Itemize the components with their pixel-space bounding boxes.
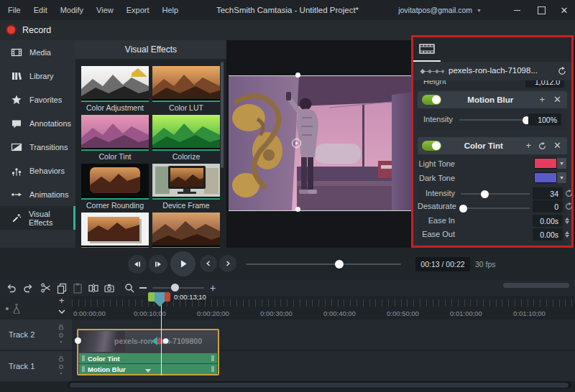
sidebar-item-media[interactable]: Media bbox=[0, 40, 75, 64]
height-value[interactable]: 1,012.0 bbox=[525, 80, 564, 88]
collapse-tracks-button[interactable] bbox=[58, 308, 66, 315]
dark-tone-swatch[interactable]: ▼ bbox=[534, 172, 566, 183]
reset-icon[interactable] bbox=[565, 190, 573, 197]
effect-thumb-freeze-region[interactable] bbox=[152, 213, 220, 248]
record-button[interactable]: Record bbox=[6, 20, 51, 39]
track-lock-icon[interactable] bbox=[58, 356, 65, 376]
effect-bar-color-tint[interactable]: Color Tint bbox=[79, 353, 217, 363]
slider-handle[interactable] bbox=[459, 205, 467, 213]
undo-button[interactable] bbox=[6, 282, 17, 294]
maximize-button[interactable] bbox=[532, 0, 551, 20]
redo-button[interactable] bbox=[22, 282, 34, 294]
keyframe-dot[interactable] bbox=[75, 337, 81, 344]
quiz-icon[interactable] bbox=[12, 304, 21, 314]
timeline-clip[interactable]: pexels-ron-lach-7109800 Color Tint Motio… bbox=[77, 329, 219, 375]
selection-handle-bottom[interactable] bbox=[295, 207, 300, 212]
add-track-button[interactable]: + bbox=[59, 295, 65, 306]
caret-down-icon[interactable]: ▼ bbox=[557, 172, 566, 183]
sidebar-item-animations[interactable]: Animations bbox=[0, 182, 75, 206]
marker-icon[interactable] bbox=[6, 307, 9, 310]
collapse-effects-arrow[interactable] bbox=[145, 369, 151, 373]
play-button[interactable] bbox=[170, 251, 196, 276]
sidebar-item-label: Library bbox=[29, 72, 54, 80]
sidebar-item-visual-effects[interactable]: Visual Effects bbox=[0, 206, 75, 230]
animation-arrow-icon[interactable] bbox=[150, 336, 170, 346]
scrubber-handle[interactable] bbox=[335, 260, 344, 269]
effect-thumb-color-lut[interactable] bbox=[152, 66, 220, 102]
sidebar-item-favorites[interactable]: Favorites bbox=[0, 88, 75, 111]
next-clip-button[interactable] bbox=[219, 255, 236, 272]
reset-button[interactable] bbox=[558, 67, 566, 75]
step-back-button[interactable] bbox=[128, 255, 147, 274]
timeline-zoom-slider[interactable] bbox=[152, 287, 204, 289]
copy-button[interactable] bbox=[56, 282, 68, 294]
add-keyframe-button[interactable]: + bbox=[540, 96, 546, 103]
zoom-in-button[interactable]: + bbox=[210, 283, 216, 293]
reset-icon[interactable] bbox=[565, 202, 573, 210]
playhead-in-handle[interactable] bbox=[148, 292, 155, 302]
motion-blur-intensity-value[interactable]: 100% bbox=[528, 113, 561, 126]
capture-frame-button[interactable] bbox=[104, 282, 115, 294]
selection-handle-center[interactable] bbox=[292, 139, 301, 148]
account-menu[interactable]: jovitatpos@gmail.com ▼ bbox=[398, 0, 482, 20]
add-keyframe-button[interactable]: + bbox=[526, 142, 532, 149]
track-lock-icon[interactable] bbox=[58, 325, 65, 345]
track-header-2[interactable]: Track 2 bbox=[0, 319, 72, 350]
selection-handle-top[interactable] bbox=[295, 73, 300, 78]
sidebar-item-transitions[interactable]: Transitions bbox=[0, 135, 75, 159]
slider-handle[interactable] bbox=[481, 190, 489, 198]
scrubber-slider[interactable] bbox=[246, 263, 401, 265]
motion-blur-toggle[interactable] bbox=[422, 95, 441, 105]
remove-effect-button[interactable]: ✕ bbox=[553, 96, 561, 103]
reset-icon[interactable] bbox=[538, 142, 546, 150]
desaturate-slider[interactable] bbox=[461, 207, 530, 209]
effect-thumb-corner-rounding[interactable] bbox=[81, 164, 149, 200]
color-tint-toggle[interactable] bbox=[422, 141, 441, 151]
sidebar-item-behaviors[interactable]: Behaviors bbox=[0, 159, 75, 182]
prev-clip-button[interactable] bbox=[200, 255, 217, 272]
motion-blur-intensity-slider[interactable] bbox=[459, 119, 530, 121]
media-properties-tab[interactable] bbox=[419, 43, 435, 55]
zoom-slider-handle[interactable] bbox=[171, 284, 179, 291]
minimize-icon bbox=[514, 10, 520, 11]
remove-effect-button[interactable]: ✕ bbox=[553, 142, 561, 149]
close-button[interactable]: ✕ bbox=[555, 0, 574, 20]
effect-thumb-drop-shadow[interactable] bbox=[81, 213, 149, 248]
stepper-arrows[interactable] bbox=[565, 218, 569, 224]
sidebar-item-library[interactable]: Library bbox=[0, 64, 75, 88]
caret-down-icon[interactable]: ▼ bbox=[557, 158, 566, 169]
paste-button[interactable] bbox=[72, 282, 83, 294]
playhead-out-handle[interactable] bbox=[165, 292, 170, 302]
minimize-button[interactable] bbox=[507, 0, 526, 20]
color-tint-intensity-slider[interactable] bbox=[461, 193, 530, 195]
effect-thumb-color-tint[interactable] bbox=[81, 115, 149, 151]
color-tint-intensity-value[interactable]: 34 bbox=[533, 187, 563, 200]
track-header-1[interactable]: Track 1 bbox=[0, 351, 72, 381]
split-button[interactable] bbox=[88, 282, 99, 294]
scrollbar-thumb[interactable] bbox=[70, 383, 569, 388]
ease-out-field[interactable]: 0.00s bbox=[533, 228, 569, 241]
effect-thumb-device-frame[interactable] bbox=[152, 164, 220, 200]
playhead-head[interactable] bbox=[155, 292, 165, 302]
ease-in-value[interactable]: 0.00s bbox=[533, 215, 563, 227]
desaturate-value[interactable]: 0 bbox=[533, 200, 563, 213]
cut-button[interactable] bbox=[40, 282, 52, 294]
light-tone-swatch[interactable]: ▼ bbox=[534, 158, 566, 169]
timeline-ruler[interactable]: 0:00:00;00 0:00:10;00 0:00:20;00 0:00:30… bbox=[72, 296, 575, 319]
ease-in-field[interactable]: 0.00s bbox=[533, 215, 569, 227]
timeline-scrollbar-top[interactable] bbox=[503, 283, 569, 288]
sidebar-item-annotations[interactable]: Annotations bbox=[0, 111, 75, 135]
ease-out-label: Ease Out bbox=[418, 230, 455, 238]
ease-out-value[interactable]: 0.00s bbox=[533, 228, 563, 241]
step-forward-button[interactable] bbox=[149, 255, 167, 274]
effects-scrollbar[interactable] bbox=[221, 62, 224, 168]
stepper-arrows[interactable] bbox=[565, 231, 569, 238]
effect-thumb-color-adjustment[interactable] bbox=[81, 66, 149, 102]
effect-bar-handle bbox=[82, 366, 85, 372]
zoom-out-button[interactable] bbox=[139, 287, 147, 289]
time-display[interactable]: 00:13 / 00:22 bbox=[415, 257, 470, 271]
timeline-scrollbar-bottom[interactable] bbox=[68, 381, 571, 388]
playhead[interactable]: 0:00:13;10 bbox=[148, 292, 206, 302]
effect-thumb-colorize[interactable] bbox=[152, 115, 220, 151]
playhead-time-label: 0:00:13;10 bbox=[174, 292, 206, 302]
